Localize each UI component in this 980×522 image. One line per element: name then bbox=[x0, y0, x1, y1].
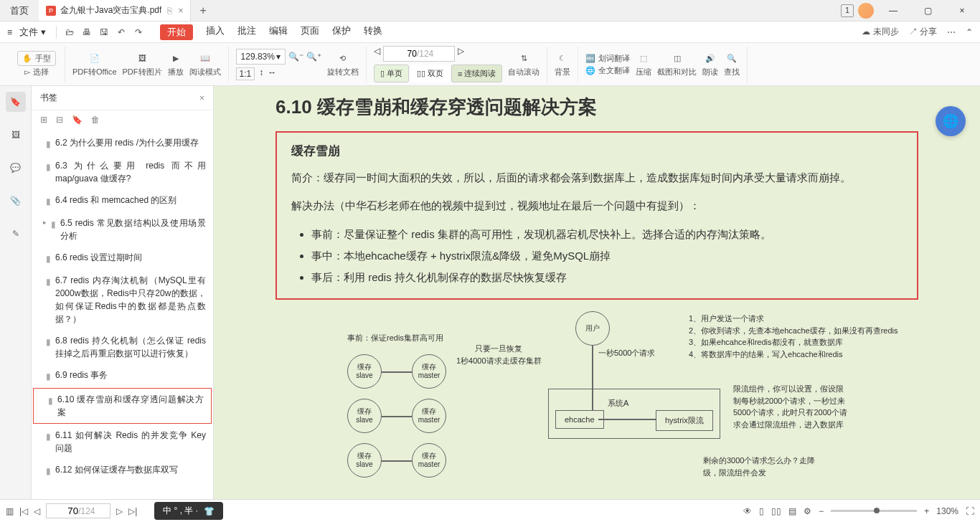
compress-button[interactable]: ⬚压缩 bbox=[636, 51, 651, 77]
background-button[interactable]: ☾背景 bbox=[555, 51, 570, 77]
tab-active-doc[interactable]: P 金九银十Java突击宝典.pdf ⎘ × bbox=[39, 0, 191, 21]
single-page-button[interactable]: ▯ 单页 bbox=[374, 65, 409, 82]
close-panel-icon[interactable]: × bbox=[199, 93, 204, 103]
menu-tab-page[interactable]: 页面 bbox=[301, 24, 319, 40]
find-button[interactable]: 🔍查找 bbox=[724, 51, 740, 77]
bookmark-item[interactable]: ▮6.7 redis 内存淘汰机制（MySQL里有2000w数据，Redis中只… bbox=[32, 270, 213, 330]
attachment-icon[interactable]: 📎 bbox=[6, 191, 26, 211]
continuous-button[interactable]: ≡ 连续阅读 bbox=[451, 65, 502, 82]
float-translate-icon[interactable]: 🌐 bbox=[936, 106, 966, 136]
bookmark-icon[interactable]: 🔖 bbox=[6, 92, 26, 112]
menu-tab-protect[interactable]: 保护 bbox=[332, 24, 351, 40]
menu-tab-insert[interactable]: 插入 bbox=[206, 24, 225, 40]
content-area[interactable]: 🌐 6.10 缓存雪崩和缓存穿透问题解决方案 缓存雪崩 简介：缓存同一时间大面积… bbox=[214, 86, 980, 499]
open-icon[interactable]: 🗁 bbox=[62, 25, 77, 39]
menu-tab-convert[interactable]: 转换 bbox=[364, 24, 382, 40]
fit-page-icon[interactable]: ↔ bbox=[268, 67, 276, 80]
last-page-icon[interactable]: ▷| bbox=[128, 506, 137, 516]
badge-icon[interactable]: 1 bbox=[841, 4, 854, 17]
zoom-slider[interactable] bbox=[831, 510, 917, 512]
first-page-icon[interactable]: |◁ bbox=[19, 506, 28, 516]
bookmark-item[interactable]: ▮6.2 为什么要用 redis /为什么要用缓存 bbox=[32, 132, 213, 155]
share-button[interactable]: ↗ 分享 bbox=[909, 26, 937, 38]
comment-icon[interactable]: 💬 bbox=[6, 158, 26, 178]
zoom-in-icon[interactable]: 🔍⁺ bbox=[306, 52, 321, 62]
zoom-input[interactable]: 129.83% ▾ bbox=[236, 49, 286, 65]
rotate-button[interactable]: ⟲旋转文档 bbox=[327, 51, 359, 77]
screenshot-button[interactable]: ◫截图和对比 bbox=[657, 51, 697, 77]
pdf-to-office[interactable]: 📄PDF转Office bbox=[72, 51, 117, 77]
titlebar: 首页 P 金九银十Java突击宝典.pdf ⎘ × + 1 — ▢ × bbox=[0, 0, 980, 22]
cloud-unsync[interactable]: ☁ 未同步 bbox=[862, 26, 898, 38]
prev-page-icon[interactable]: ◁ bbox=[374, 46, 380, 62]
pdf-to-pic[interactable]: 🖼PDF转图片 bbox=[123, 51, 162, 77]
bookmark-item[interactable]: ▮6.9 redis 事务 bbox=[32, 364, 213, 387]
bookmark-item[interactable]: ▮6.12 如何保证缓存与数据库双写 bbox=[32, 459, 213, 482]
close-tab-icon[interactable]: × bbox=[178, 6, 183, 16]
next-page-icon[interactable]: ▷ bbox=[458, 46, 464, 62]
bookmark-item[interactable]: ▮6.4 redis 和 memcached 的区别 bbox=[32, 189, 213, 212]
page-input-sb[interactable]: /124 bbox=[46, 503, 110, 518]
pin-icon[interactable]: ⎘ bbox=[167, 6, 172, 16]
collapse-all-icon[interactable]: ⊟ bbox=[56, 115, 63, 125]
bookmark-item[interactable]: ▮6.6 redis 设置过期时间 bbox=[32, 247, 213, 270]
next-page-sb-icon[interactable]: ▷ bbox=[116, 506, 123, 516]
zoom-in-sb-icon[interactable]: + bbox=[924, 506, 929, 516]
read-aloud-button[interactable]: 🔊朗读 bbox=[702, 51, 718, 77]
zoom-out-sb-icon[interactable]: − bbox=[819, 506, 824, 516]
menu-tab-start[interactable]: 开始 bbox=[160, 24, 193, 40]
full-translate[interactable]: 🌐 全文翻译 bbox=[585, 65, 630, 76]
menu-tab-edit[interactable]: 编辑 bbox=[269, 24, 288, 40]
hand-tool[interactable]: ✋ 手型 bbox=[17, 51, 56, 66]
layout-2-icon[interactable]: ▯▯ bbox=[771, 506, 781, 516]
maximize-button[interactable]: ▢ bbox=[913, 1, 943, 21]
avatar[interactable] bbox=[858, 3, 874, 19]
bookmark-item[interactable]: ▮6.8 redis 持久化机制（怎么保证 redis 挂掉之后再重启数据可以进… bbox=[32, 330, 213, 364]
expand-all-icon[interactable]: ⊞ bbox=[40, 115, 47, 125]
hamburger-icon[interactable]: ≡ bbox=[7, 27, 12, 37]
del-bookmark-icon[interactable]: 🗑 bbox=[91, 115, 100, 125]
tab-home[interactable]: 首页 bbox=[0, 0, 39, 21]
redo-icon[interactable]: ↷ bbox=[131, 25, 146, 39]
zoom-out-icon[interactable]: 🔍⁻ bbox=[288, 52, 303, 62]
ime-indicator[interactable]: 中 ° , 半 ·👕 bbox=[154, 502, 223, 520]
save-icon[interactable]: 🖫 bbox=[97, 25, 111, 39]
fit-height-icon[interactable]: ↕ bbox=[259, 67, 263, 80]
bookmark-item-label: 6.10 缓存雪崩和缓存穿透问题解决方案 bbox=[57, 393, 204, 419]
minimize-button[interactable]: — bbox=[878, 1, 908, 21]
thumbnail-icon[interactable]: 🖼 bbox=[6, 125, 26, 145]
bookmark-item-icon: ▮ bbox=[46, 252, 51, 265]
add-bookmark-icon[interactable]: 🔖 bbox=[72, 115, 83, 125]
fullscreen-icon[interactable]: ⛶ bbox=[966, 506, 974, 516]
bookmark-item[interactable]: ▮6.3 为什么要用 redis 而不用 map/guava 做缓存? bbox=[32, 155, 213, 189]
select-tool[interactable]: ▻ 选择 bbox=[24, 67, 49, 77]
read-mode[interactable]: 📖阅读模式 bbox=[189, 51, 221, 77]
bookmark-item[interactable]: ▮6.10 缓存雪崩和缓存穿透问题解决方案 bbox=[33, 388, 212, 424]
settings-icon[interactable]: ⚙ bbox=[804, 506, 811, 516]
more-icon[interactable]: ⋯ bbox=[947, 27, 956, 37]
autoscroll-button[interactable]: ⇅自动滚动 bbox=[508, 51, 540, 77]
undo-icon[interactable]: ↶ bbox=[114, 25, 128, 39]
file-menu[interactable]: 文件▾ bbox=[15, 24, 50, 40]
fit-width-icon[interactable]: 1:1 bbox=[236, 67, 255, 80]
bullet-3: 事后：利用 redis 持久化机制保存的数据尽快恢复缓存 bbox=[311, 267, 903, 288]
collapse-ribbon-icon[interactable]: ⌃ bbox=[966, 27, 973, 37]
edit-sidebar-icon[interactable]: ✎ bbox=[6, 224, 26, 244]
bookmark-item[interactable]: ▮6.5 redis 常见数据结构以及使用场景分析 bbox=[32, 212, 213, 247]
play-button[interactable]: ▶播放 bbox=[168, 51, 184, 77]
bookmark-item-icon: ▮ bbox=[46, 275, 51, 326]
layout-1-icon[interactable]: ▯ bbox=[759, 506, 764, 516]
dict-translate[interactable]: 🔤 划词翻译 bbox=[585, 53, 630, 64]
page-input[interactable]: /124 bbox=[383, 46, 455, 62]
eye-mode-icon[interactable]: 👁 bbox=[743, 506, 752, 516]
layout-3-icon[interactable]: ▤ bbox=[788, 506, 796, 516]
double-page-button[interactable]: ▯▯ 双页 bbox=[410, 65, 450, 82]
sidebar-toggle-icon[interactable]: ▥ bbox=[6, 506, 14, 516]
print-icon[interactable]: 🖶 bbox=[80, 25, 94, 39]
prev-page-sb-icon[interactable]: ◁ bbox=[34, 506, 40, 516]
menu-tab-annotate[interactable]: 批注 bbox=[237, 24, 256, 40]
bookmark-item-icon: ▮ bbox=[48, 394, 53, 419]
close-window-button[interactable]: × bbox=[947, 1, 977, 21]
bookmark-item[interactable]: ▮6.11 如何解决 Redis 的并发竞争 Key 问题 bbox=[32, 424, 213, 459]
new-tab-button[interactable]: + bbox=[191, 4, 215, 17]
